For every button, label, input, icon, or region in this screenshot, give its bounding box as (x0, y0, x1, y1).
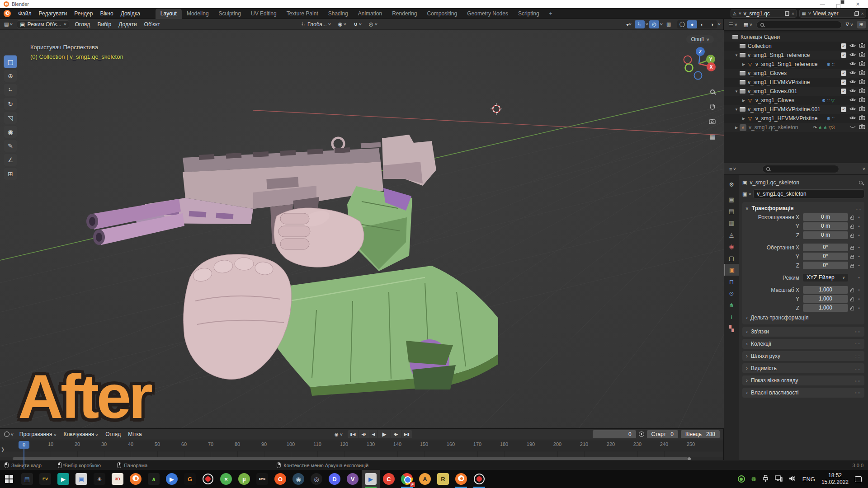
outliner-row-5[interactable]: v_smg1_HEVMkVPristine✓ (724, 78, 868, 87)
overlays-toggle[interactable]: ◎ (649, 20, 659, 28)
camera-icon[interactable] (859, 88, 865, 94)
nodes-icon[interactable]: :: (827, 98, 830, 103)
outliner-filter-button[interactable]: ∇∨ (844, 21, 855, 28)
value-field[interactable]: 0 m (803, 213, 848, 221)
animate-dot-icon[interactable]: • (856, 306, 862, 310)
discord-icon[interactable]: D (326, 470, 344, 488)
new-view-layer-button[interactable] (854, 11, 859, 16)
section-1[interactable]: ›Колекції:::: (742, 339, 864, 349)
expander-icon[interactable]: ▶ (741, 117, 747, 121)
value-field[interactable]: 0° (803, 253, 848, 260)
film-editor-icon[interactable]: ▤ (18, 470, 36, 488)
outliner-search-input[interactable] (756, 21, 842, 29)
previous-keyframe-button[interactable]: ◀• (359, 430, 369, 438)
gizmo-negative-z[interactable] (694, 72, 702, 80)
properties-tab-collection[interactable]: ▢ (724, 252, 739, 264)
outliner-row-6[interactable]: ▼v_smg1_Gloves.001✓ (724, 87, 868, 96)
section-5[interactable]: ›Власні властивості:::: (742, 388, 864, 398)
shading-rendered-button[interactable]: ◑ (707, 20, 717, 28)
gizmos-dropdown[interactable]: ∨ (645, 22, 649, 26)
eye-closed-icon[interactable] (849, 124, 856, 131)
mode-dropdown[interactable]: ▣ Режим Об'є... ∨ (17, 20, 69, 28)
animate-dot-icon[interactable]: • (856, 254, 862, 259)
tab-texture-paint[interactable]: Texture Paint (282, 9, 323, 19)
modifier-icon[interactable]: ⚙ (822, 98, 826, 103)
properties-tab-texture[interactable]: ▚ (724, 323, 739, 334)
camera-icon[interactable] (859, 52, 865, 58)
expander-icon[interactable]: ▶ (741, 62, 747, 66)
timeline-menu-2[interactable]: Огляд (102, 430, 124, 439)
drag-handle-icon[interactable]: :::: (855, 366, 861, 371)
menu-0[interactable]: Файл (14, 9, 35, 18)
camera-icon[interactable] (859, 124, 865, 131)
tab-scripting[interactable]: Scripting (513, 9, 544, 19)
animate-dot-icon[interactable]: • (856, 288, 862, 292)
snap-magnet-toggle[interactable]: ∪∨ (351, 20, 364, 28)
frame-start-field[interactable]: Старт 0 (647, 430, 678, 438)
outliner-row-0[interactable]: Колекція Сцени (724, 33, 868, 42)
menu-3[interactable]: Вікно (96, 9, 117, 18)
tray-volume-icon[interactable] (789, 475, 796, 483)
menu-4[interactable]: Довідка (117, 9, 144, 18)
eye-icon[interactable] (849, 97, 856, 103)
pose-icon[interactable]: ⋔ (818, 125, 822, 130)
camera-icon[interactable] (859, 61, 865, 67)
timeline-menu-0[interactable]: Програвання ∨ (16, 430, 60, 439)
tab-uv-editing[interactable]: UV Editing (246, 9, 282, 19)
tool-scale[interactable]: ◹ (4, 111, 17, 124)
editor-type-button[interactable]: ▤∨ (2, 20, 15, 28)
tool-measure[interactable]: ∠ (4, 153, 17, 166)
section-0[interactable]: ›Зв'язки:::: (742, 327, 864, 337)
camera-icon[interactable] (859, 115, 865, 122)
value-field[interactable]: 0° (803, 262, 848, 269)
camera-icon[interactable] (859, 79, 865, 85)
gizmo-negative-y[interactable] (685, 64, 693, 72)
tab-geometry-nodes[interactable]: Geometry Nodes (462, 9, 513, 19)
rpg-maker-icon[interactable]: R (434, 470, 452, 488)
eye-icon[interactable] (849, 61, 856, 67)
green-peak-app-icon[interactable]: ∧ (145, 470, 163, 488)
value-field[interactable]: 0° (803, 244, 848, 251)
tray-clock[interactable]: 18:52 15.02.2022 (821, 472, 849, 486)
eye-icon[interactable] (849, 70, 856, 76)
drag-handle-icon[interactable]: :::: (855, 379, 861, 383)
viewport-canvas[interactable]: Користувач Перспектива (0) Collection | … (0, 30, 724, 428)
frame-end-field[interactable]: Кінець 288 (681, 430, 720, 438)
tab-modeling[interactable]: Modeling (182, 9, 214, 19)
epic-games-icon[interactable]: EPIC (253, 470, 271, 488)
properties-tab-tool[interactable]: ⚙ (724, 178, 739, 190)
viewport-menu-3[interactable]: Об'єкт (141, 20, 164, 29)
outliner-row-3[interactable]: ▶▽v_smg1_Smg1_reference⚙:: (724, 60, 868, 69)
drag-handle-icon[interactable]: :::: (855, 354, 861, 358)
properties-search-input[interactable] (762, 165, 839, 173)
action-center-icon[interactable] (855, 476, 862, 482)
lock-icon[interactable] (850, 235, 854, 238)
mpc-hc-icon[interactable]: ▶ (362, 470, 380, 488)
options-button[interactable]: Опції ∨ (686, 35, 714, 43)
lock-icon[interactable] (850, 299, 854, 301)
jump-to-start-button[interactable]: ▮◀ (348, 430, 359, 438)
chrome-flash-icon[interactable]: F (398, 470, 416, 488)
animate-dot-icon[interactable]: • (856, 297, 862, 301)
properties-tab-output[interactable]: ▤ (724, 205, 739, 217)
jump-to-end-button[interactable]: ▶▮ (401, 430, 412, 438)
drag-handle-icon[interactable]: :::: (855, 330, 861, 334)
rotation-mode-dropdown[interactable]: XYZ Ейлер (803, 274, 848, 282)
blender-menu-icon[interactable] (4, 10, 11, 17)
drag-handle-icon[interactable]: :::: (855, 342, 861, 346)
current-frame-field[interactable]: 0 (593, 430, 636, 438)
lock-icon[interactable] (850, 226, 854, 229)
transform-panel-header[interactable]: ∨ Трансформація :::: (745, 204, 862, 213)
potplayer-icon[interactable]: ▶ (163, 470, 181, 488)
lock-icon[interactable] (850, 290, 854, 292)
gizmos-toggle[interactable]: ↔↔ (635, 20, 645, 28)
eye-icon[interactable] (849, 52, 856, 58)
eye-icon[interactable] (849, 106, 856, 113)
pin-icon[interactable] (859, 181, 863, 184)
outliner-display-mode-button[interactable]: ☰∨ (726, 21, 740, 28)
tab-rendering[interactable]: Rendering (387, 9, 422, 19)
modifier-icon[interactable]: ⚙ (826, 62, 830, 67)
camera-icon[interactable] (859, 97, 865, 103)
lock-icon[interactable] (850, 256, 854, 259)
drag-handle-icon[interactable]: :::: (855, 391, 861, 395)
